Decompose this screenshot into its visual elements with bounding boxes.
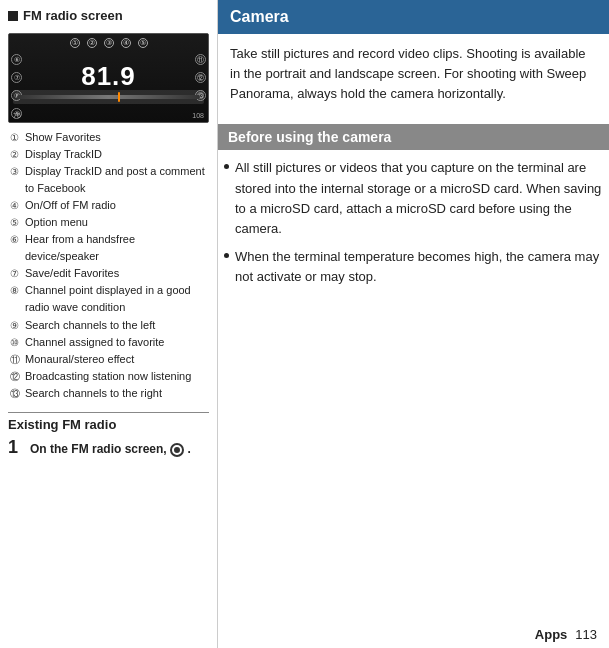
bullet-dot-1 [224, 164, 229, 169]
square-icon [8, 11, 18, 21]
rnum-12: ⑫ [195, 72, 206, 83]
legend-text-6: Hear from a handsfree device/speaker [25, 231, 209, 265]
camera-body: Take still pictures and record video cli… [218, 34, 609, 114]
legend-item-5: ⑤ Option menu [10, 214, 209, 231]
circle-1: ① [70, 38, 80, 48]
right-column: Camera Take still pictures and record vi… [218, 0, 609, 648]
page-number: 113 [575, 627, 597, 642]
section-title: FM radio screen [8, 8, 209, 23]
legend-text-5: Option menu [25, 214, 88, 231]
legend-num-11: ⑪ [10, 351, 22, 368]
legend-item-10: ⑩ Channel assigned to favorite [10, 334, 209, 351]
legend-item-13: ⑬ Search channels to the right [10, 385, 209, 402]
legend-text-10: Channel assigned to favorite [25, 334, 164, 351]
existing-fm-section: Existing FM radio 1 On the FM radio scre… [8, 412, 209, 458]
legend-item-3: ③ Display TrackID and post a comment to … [10, 163, 209, 197]
legend-text-9: Search channels to the left [25, 317, 155, 334]
apps-label: Apps [535, 627, 568, 642]
circle-3: ③ [104, 38, 114, 48]
step-1-text-label: On the FM radio screen, [30, 442, 167, 456]
lnum-7: ⑦ [11, 72, 22, 83]
legend-num-13: ⑬ [10, 385, 22, 402]
legend-num-4: ④ [10, 197, 22, 214]
fm-bottom-bar: 76 108 [13, 112, 204, 119]
legend-item-12: ⑫ Broadcasting station now listening [10, 368, 209, 385]
section-title-text: FM radio screen [23, 8, 123, 23]
legend-item-9: ⑨ Search channels to the left [10, 317, 209, 334]
legend-num-9: ⑨ [10, 317, 22, 334]
existing-fm-title: Existing FM radio [8, 417, 209, 432]
fm-number-row: ① ② ③ ④ ⑤ [70, 38, 148, 48]
fm-frequency: 81.9 [81, 61, 136, 92]
bullet-text-1: All still pictures or videos that you ca… [235, 158, 603, 239]
legend-item-11: ⑪ Monaural/stereo effect [10, 351, 209, 368]
rnum-11: ⑪ [195, 54, 206, 65]
legend-item-6: ⑥ Hear from a handsfree device/speaker [10, 231, 209, 265]
step-1-text: On the FM radio screen, . [30, 442, 191, 457]
circle-5: ⑤ [138, 38, 148, 48]
legend-text-3: Display TrackID and post a comment to Fa… [25, 163, 209, 197]
legend-list: ① Show Favorites ② Display TrackID ③ Dis… [8, 129, 209, 402]
circle-4: ④ [121, 38, 131, 48]
fm-scale-row [13, 90, 204, 104]
fm-screen-image: ① ② ③ ④ ⑤ ⑥ ⑦ ⑧ ⑨ ⑩ ⑪ ⑫ ⑬ 81.9 [8, 33, 209, 123]
legend-item-2: ② Display TrackID [10, 146, 209, 163]
legend-num-12: ⑫ [10, 368, 22, 385]
legend-text-8: Channel point displayed in a good radio … [25, 282, 209, 316]
legend-num-1: ① [10, 129, 22, 146]
legend-text-12: Broadcasting station now listening [25, 368, 191, 385]
lnum-6: ⑥ [11, 54, 22, 65]
power-icon [170, 443, 184, 457]
fm-inner: ① ② ③ ④ ⑤ ⑥ ⑦ ⑧ ⑨ ⑩ ⑪ ⑫ ⑬ 81.9 [9, 34, 208, 122]
legend-num-10: ⑩ [10, 334, 22, 351]
legend-text-2: Display TrackID [25, 146, 102, 163]
legend-num-6: ⑥ [10, 231, 22, 248]
camera-header: Camera [218, 0, 609, 34]
legend-num-8: ⑧ [10, 282, 22, 299]
bullet-text-2: When the terminal temperature becomes hi… [235, 247, 603, 287]
legend-text-11: Monaural/stereo effect [25, 351, 134, 368]
legend-item-8: ⑧ Channel point displayed in a good radi… [10, 282, 209, 316]
legend-text-13: Search channels to the right [25, 385, 162, 402]
legend-text-1: Show Favorites [25, 129, 101, 146]
page-footer: Apps 113 [218, 621, 609, 648]
step-1-number: 1 [8, 437, 24, 458]
left-column: FM radio screen ① ② ③ ④ ⑤ ⑥ ⑦ ⑧ ⑨ ⑩ ⑪ [0, 0, 218, 648]
bullet-item-1: All still pictures or videos that you ca… [224, 158, 603, 239]
step-1-row: 1 On the FM radio screen, . [8, 437, 209, 458]
before-using-header: Before using the camera [218, 124, 609, 150]
fm-scale-bar [17, 95, 200, 99]
legend-text-7: Save/edit Favorites [25, 265, 119, 282]
legend-num-7: ⑦ [10, 265, 22, 282]
fm-scale-marker [118, 92, 120, 102]
legend-item-4: ④ On/Off of FM radio [10, 197, 209, 214]
bullet-list: All still pictures or videos that you ca… [218, 158, 609, 295]
bullet-dot-2 [224, 253, 229, 258]
legend-item-1: ① Show Favorites [10, 129, 209, 146]
legend-num-5: ⑤ [10, 214, 22, 231]
fm-scale-right: 108 [192, 112, 204, 119]
fm-scale-left: 76 [13, 112, 21, 119]
legend-item-7: ⑦ Save/edit Favorites [10, 265, 209, 282]
circle-2: ② [87, 38, 97, 48]
legend-num-2: ② [10, 146, 22, 163]
legend-num-3: ③ [10, 163, 22, 180]
step-1-period: . [187, 442, 190, 456]
bullet-item-2: When the terminal temperature becomes hi… [224, 247, 603, 287]
legend-text-4: On/Off of FM radio [25, 197, 116, 214]
